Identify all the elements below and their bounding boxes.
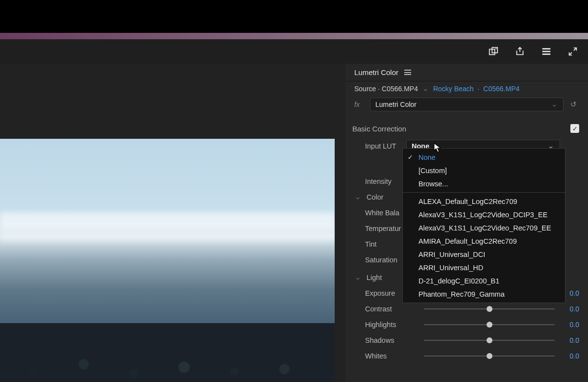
rock-decoration [0, 323, 335, 382]
whites-row: Whites 0.0 [345, 348, 588, 364]
input-lut-menu: None [Custom] Browse... ALEXA_Default_Lo… [402, 148, 565, 303]
source-label: Source · C0566.MP4 [354, 85, 418, 93]
chevron-down-icon: ⌵ [553, 102, 556, 108]
export-icon[interactable] [514, 46, 525, 57]
contrast-slider[interactable] [424, 307, 555, 310]
contrast-row: Contrast 0.0 [345, 301, 588, 317]
sequence-clip-link[interactable]: C0566.MP4 [483, 85, 519, 93]
highlights-row: Highlights 0.0 [345, 317, 588, 332]
cloud-decoration [0, 212, 335, 230]
lut-option[interactable]: ARRI_Universal_HD [403, 261, 565, 274]
lut-option[interactable]: ALEXA_Default_LogC2Rec709 [403, 195, 565, 208]
lumetri-color-panel: Lumetri Color Source · C0566.MP4 ⌵ Rocky… [345, 64, 588, 382]
input-lut-label: Input LUT [365, 142, 401, 150]
effect-row: fx Lumetri Color ⌵ ↺ [345, 96, 588, 113]
lut-option[interactable]: ARRI_Universal_DCI [403, 248, 565, 261]
lut-option[interactable]: AlexaV3_K1S1_LogC2Video_Rec709_EE [403, 221, 565, 234]
checkbox-basic-correction[interactable]: ✓ [570, 124, 579, 133]
section-title: Basic Correction [352, 125, 406, 133]
menu-separator [403, 192, 565, 193]
contrast-label: Contrast [365, 305, 419, 313]
shadows-label: Shadows [365, 336, 419, 344]
whites-slider[interactable] [424, 355, 555, 357]
fx-badge-icon[interactable]: fx [354, 101, 363, 108]
chevron-down-icon[interactable]: ⌵ [356, 275, 360, 281]
lut-option[interactable]: AlexaV3_K1S1_LogC2Video_DCIP3_EE [403, 208, 565, 221]
sequence-link[interactable]: Rocky Beach [433, 85, 473, 93]
fullscreen-icon[interactable] [567, 46, 578, 57]
highlights-slider[interactable] [424, 323, 555, 326]
source-row: Source · C0566.MP4 ⌵ Rocky Beach · C0566… [345, 81, 588, 96]
source-prefix: Source · [354, 85, 380, 93]
chevron-down-icon[interactable]: ⌵ [356, 194, 360, 201]
shadows-row: Shadows 0.0 [345, 332, 588, 348]
window-titlebar-accent [0, 33, 588, 39]
lut-option[interactable]: D-21_delogC_EI0200_B1 [403, 274, 565, 287]
highlights-value[interactable]: 0.0 [560, 321, 579, 329]
lut-option-none[interactable]: None [403, 151, 565, 164]
workspaces-icon[interactable] [488, 46, 499, 57]
svg-point-2 [495, 48, 497, 50]
shadows-slider[interactable] [424, 339, 555, 342]
video-preview[interactable] [0, 139, 335, 382]
panel-title: Lumetri Color [354, 68, 398, 76]
lut-option-browse[interactable]: Browse... [403, 177, 565, 190]
panel-menu-icon[interactable] [404, 70, 411, 75]
effect-dropdown[interactable]: Lumetri Color ⌵ [370, 98, 564, 111]
panel-header: Lumetri Color [345, 64, 588, 81]
quick-menu-icon[interactable] [541, 46, 552, 57]
contrast-value[interactable]: 0.0 [560, 305, 579, 313]
highlights-label: Highlights [365, 321, 419, 329]
top-toolbar [0, 39, 588, 64]
shadows-value[interactable]: 0.0 [560, 336, 579, 344]
lut-option[interactable]: Phantom_Rec709_Gamma [403, 287, 565, 301]
cloud-decoration [0, 232, 335, 242]
section-basic-correction[interactable]: Basic Correction ✓ [345, 119, 588, 138]
whites-value[interactable]: 0.0 [560, 352, 579, 360]
source-clip[interactable]: C0566.MP4 [382, 85, 418, 93]
reset-icon[interactable]: ↺ [570, 101, 579, 108]
lut-option[interactable]: AMIRA_Default_LogC2Rec709 [403, 234, 565, 248]
whites-label: Whites [365, 352, 419, 360]
dot-sep: · [477, 85, 479, 93]
lut-option-custom[interactable]: [Custom] [403, 164, 565, 177]
chevron-down-icon[interactable]: ⌵ [424, 86, 427, 92]
effect-dropdown-label: Lumetri Color [375, 101, 416, 108]
